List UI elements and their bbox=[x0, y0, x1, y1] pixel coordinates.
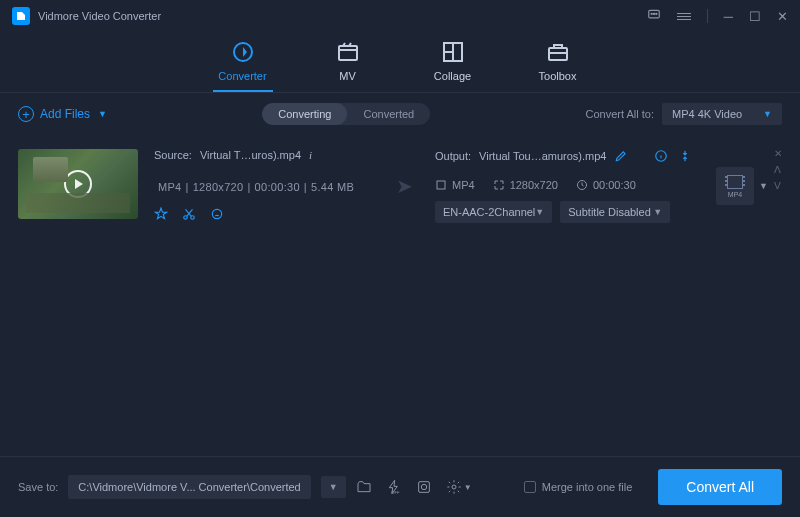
enhance-icon[interactable] bbox=[210, 207, 224, 221]
remove-item-button[interactable]: ✕ bbox=[774, 149, 782, 159]
feedback-icon[interactable] bbox=[647, 8, 661, 25]
toolbar: + Add Files ▼ Converting Converted Conve… bbox=[0, 93, 800, 135]
merge-checkbox[interactable]: Merge into one file bbox=[524, 481, 633, 493]
task-schedule-icon[interactable] bbox=[416, 479, 432, 495]
chevron-down-icon: ▼ bbox=[759, 181, 768, 191]
svg-rect-12 bbox=[437, 181, 445, 189]
svg-text:OFF: OFF bbox=[391, 490, 400, 495]
chevron-down-icon: ▼ bbox=[763, 109, 772, 119]
save-to-label: Save to: bbox=[18, 481, 58, 493]
svg-point-1 bbox=[651, 13, 652, 14]
titlebar: Vidmore Video Converter ─ ☐ ✕ bbox=[0, 0, 800, 32]
compress-icon[interactable] bbox=[678, 149, 692, 163]
output-filename: Virtual Tou…amuros).mp4 bbox=[479, 150, 606, 162]
view-toggle: Converting Converted bbox=[262, 103, 430, 125]
play-icon bbox=[64, 170, 92, 198]
svg-rect-5 bbox=[339, 46, 357, 60]
app-title: Vidmore Video Converter bbox=[38, 10, 161, 22]
convert-all-button[interactable]: Convert All bbox=[658, 469, 782, 505]
tab-toolbox[interactable]: Toolbox bbox=[528, 40, 588, 92]
save-path-dropdown[interactable]: ▼ bbox=[321, 476, 346, 498]
menu-icon[interactable] bbox=[677, 13, 691, 20]
open-folder-icon[interactable] bbox=[356, 479, 372, 495]
film-icon bbox=[727, 175, 743, 189]
close-button[interactable]: ✕ bbox=[777, 9, 788, 24]
svg-point-10 bbox=[212, 209, 221, 218]
arrow-icon: ➤ bbox=[396, 174, 413, 198]
mv-icon bbox=[336, 40, 360, 64]
star-icon[interactable] bbox=[154, 207, 168, 221]
output-label: Output: bbox=[435, 150, 471, 162]
divider bbox=[707, 9, 708, 23]
source-filename: Virtual T…uros).mp4 bbox=[200, 149, 301, 161]
svg-point-16 bbox=[421, 484, 426, 489]
main-tabs: Converter MV Collage Toolbox bbox=[0, 32, 800, 93]
add-files-button[interactable]: + Add Files ▼ bbox=[18, 106, 107, 122]
move-down-button[interactable]: ᐯ bbox=[774, 181, 782, 191]
info-icon[interactable]: i bbox=[309, 149, 312, 161]
convert-all-dropdown[interactable]: MP4 4K Video ▼ bbox=[662, 103, 782, 125]
move-up-button[interactable]: ᐱ bbox=[774, 165, 782, 175]
settings-dropdown[interactable]: ▼ bbox=[446, 479, 472, 495]
subtitle-dropdown[interactable]: Subtitle Disabled▼ bbox=[560, 201, 670, 223]
output-format-button[interactable]: MP4 ▼ bbox=[716, 167, 754, 205]
bottom-bar: Save to: C:\Vidmore\Vidmore V... Convert… bbox=[0, 456, 800, 517]
checkbox-icon bbox=[524, 481, 536, 493]
svg-point-3 bbox=[656, 13, 657, 14]
view-converted[interactable]: Converted bbox=[347, 103, 430, 125]
svg-point-17 bbox=[452, 485, 456, 489]
format-icon bbox=[435, 179, 447, 191]
source-meta: MP4|1280x720|00:00:30|5.44 MB bbox=[154, 181, 374, 193]
source-label: Source: bbox=[154, 149, 192, 161]
video-thumbnail[interactable] bbox=[18, 149, 138, 219]
cut-icon[interactable] bbox=[182, 207, 196, 221]
clock-icon bbox=[576, 179, 588, 191]
tab-converter[interactable]: Converter bbox=[213, 40, 273, 92]
svg-point-2 bbox=[653, 13, 654, 14]
info-circle-icon[interactable] bbox=[654, 149, 668, 163]
convert-all-to: Convert All to: MP4 4K Video ▼ bbox=[586, 103, 782, 125]
gear-icon bbox=[446, 479, 462, 495]
converter-icon bbox=[231, 40, 255, 64]
app-logo bbox=[12, 7, 30, 25]
chevron-down-icon: ▼ bbox=[98, 109, 107, 119]
plus-icon: + bbox=[18, 106, 34, 122]
view-converting[interactable]: Converting bbox=[262, 103, 347, 125]
hardware-accel-icon[interactable]: OFF bbox=[386, 479, 402, 495]
tab-mv[interactable]: MV bbox=[318, 40, 378, 92]
svg-rect-15 bbox=[418, 482, 429, 493]
tab-collage[interactable]: Collage bbox=[423, 40, 483, 92]
minimize-button[interactable]: ─ bbox=[724, 9, 733, 24]
collage-icon bbox=[441, 40, 465, 64]
file-item: Source: Virtual T…uros).mp4 i MP4|1280x7… bbox=[0, 135, 800, 237]
maximize-button[interactable]: ☐ bbox=[749, 9, 761, 24]
edit-icon[interactable] bbox=[614, 149, 628, 163]
save-path-field[interactable]: C:\Vidmore\Vidmore V... Converter\Conver… bbox=[68, 475, 310, 499]
resolution-icon bbox=[493, 179, 505, 191]
audio-track-dropdown[interactable]: EN-AAC-2Channel▼ bbox=[435, 201, 552, 223]
toolbox-icon bbox=[546, 40, 570, 64]
